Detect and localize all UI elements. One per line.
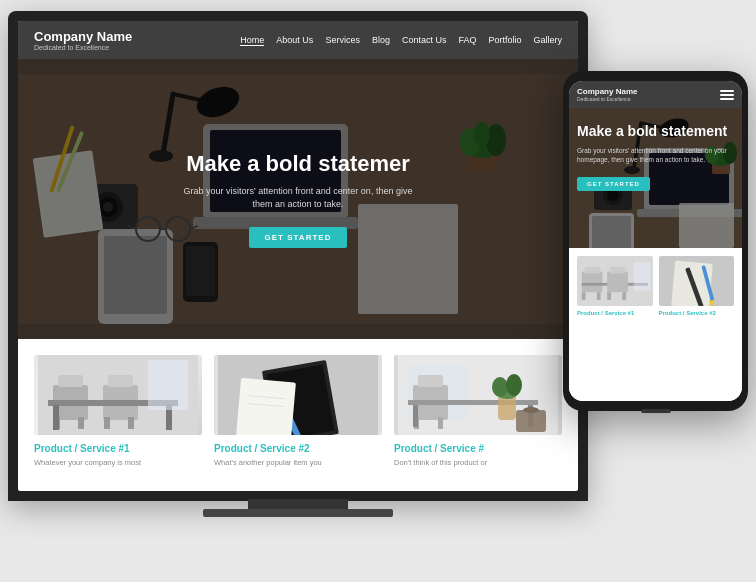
desktop-header: Company Name Dedicated to Excellence Hom… (18, 21, 578, 59)
product-card-2: Product / Service #2 What's another popu… (214, 355, 382, 469)
nav-home[interactable]: Home (240, 35, 264, 46)
desktop-company-name: Company Name (34, 29, 132, 44)
hero-title: Make a bold statemer (173, 151, 423, 177)
mobile-header: Company Name Dedicated to Excellence (569, 81, 742, 108)
svg-rect-44 (148, 360, 188, 410)
hero-subtitle: Grab your visitors' attention front and … (173, 185, 423, 212)
mobile-screen: Company Name Dedicated to Excellence (569, 81, 742, 401)
mobile-logo: Company Name Dedicated to Excellence (577, 87, 637, 102)
svg-rect-34 (58, 375, 83, 387)
mobile-products: Product / Service #1 (569, 248, 742, 401)
desktop-hero: Make a bold statemer Grab your visitors'… (18, 59, 578, 339)
svg-rect-92 (582, 292, 586, 300)
nav-faq[interactable]: FAQ (458, 35, 476, 46)
svg-rect-69 (516, 410, 546, 432)
svg-rect-62 (408, 400, 538, 405)
svg-rect-90 (582, 272, 603, 293)
mobile-product-title-1: Product / Service #1 (577, 310, 653, 316)
nav-blog[interactable]: Blog (372, 35, 390, 46)
svg-rect-97 (607, 292, 611, 300)
product-image-1 (34, 355, 202, 435)
desktop-website: Company Name Dedicated to Excellence Hom… (18, 21, 578, 491)
hamburger-line-2 (720, 94, 734, 96)
mobile-mockup: Company Name Dedicated to Excellence (563, 71, 748, 411)
mobile-company-name: Company Name (577, 87, 637, 96)
svg-rect-59 (418, 375, 443, 387)
product-title-1: Product / Service #1 (34, 443, 202, 454)
desktop-mockup: Company Name Dedicated to Excellence Hom… (8, 11, 588, 501)
nav-portfolio[interactable]: Portfolio (488, 35, 521, 46)
desktop-tagline: Dedicated to Excellence (34, 44, 132, 51)
products-section: Product / Service #1 Whatever your compa… (18, 339, 578, 485)
product-image-2 (214, 355, 382, 435)
mobile-hero-content: Make a bold statement Grab your visitors… (569, 108, 742, 199)
scene: Company Name Dedicated to Excellence Hom… (8, 11, 748, 571)
mobile-product-title-2: Product / Service #2 (659, 310, 735, 316)
svg-point-68 (506, 374, 522, 396)
svg-rect-39 (104, 417, 110, 429)
svg-rect-98 (622, 292, 626, 300)
product-desc-1: Whatever your company is most (34, 458, 202, 469)
product-desc-2: What's another popular item you (214, 458, 382, 469)
nav-gallery[interactable]: Gallery (533, 35, 562, 46)
mobile-hero-title: Make a bold statement (577, 123, 734, 140)
svg-rect-40 (128, 417, 134, 429)
svg-rect-38 (108, 375, 133, 387)
hamburger-line-3 (720, 98, 734, 100)
mobile-home-button[interactable] (641, 409, 671, 413)
svg-rect-99 (634, 262, 651, 290)
product-title-3: Product / Service # (394, 443, 562, 454)
mobile-product-image-2 (659, 256, 735, 306)
svg-rect-96 (610, 267, 625, 274)
product-card-1: Product / Service #1 Whatever your compa… (34, 355, 202, 469)
product-image-3 (394, 355, 562, 435)
mobile-hero-subtitle: Grab your visitors' attention front and … (577, 146, 734, 164)
mobile-website: Company Name Dedicated to Excellence (569, 81, 742, 401)
svg-point-67 (492, 377, 508, 397)
svg-rect-61 (438, 417, 443, 429)
mobile-product-card-2: Product / Service #2 (659, 256, 735, 393)
product-title-2: Product / Service #2 (214, 443, 382, 454)
desktop-screen: Company Name Dedicated to Excellence Hom… (18, 21, 578, 491)
product-desc-3: Don't think of this product or (394, 458, 562, 469)
hero-cta-button[interactable]: GET STARTED (249, 227, 348, 248)
hero-content: Make a bold statemer Grab your visitors'… (173, 151, 423, 248)
mobile-product-image-1 (577, 256, 653, 306)
mobile-hero-cta-button[interactable]: GET STARTED (577, 177, 650, 191)
mobile-notch (636, 74, 676, 80)
hamburger-menu[interactable] (720, 90, 734, 100)
desktop-logo: Company Name Dedicated to Excellence (34, 29, 132, 51)
svg-rect-36 (78, 417, 84, 429)
product-card-3: Product / Service # Don't think of this … (394, 355, 562, 469)
svg-rect-63 (413, 405, 418, 427)
desktop-nav: Home About Us Services Blog Contact Us F… (240, 35, 562, 46)
nav-services[interactable]: Services (325, 35, 360, 46)
nav-contact[interactable]: Contact Us (402, 35, 447, 46)
svg-rect-91 (585, 267, 600, 274)
desktop-base (203, 509, 393, 517)
nav-about[interactable]: About Us (276, 35, 313, 46)
svg-rect-42 (53, 405, 59, 430)
mobile-product-card-1: Product / Service #1 (577, 256, 653, 393)
mobile-hero: Make a bold statement Grab your visitors… (569, 108, 742, 248)
mobile-tagline: Dedicated to Excellence (577, 96, 637, 102)
svg-rect-52 (235, 378, 296, 435)
hamburger-line-1 (720, 90, 734, 92)
svg-point-70 (523, 407, 539, 413)
svg-rect-93 (597, 292, 601, 300)
svg-rect-95 (607, 272, 628, 293)
